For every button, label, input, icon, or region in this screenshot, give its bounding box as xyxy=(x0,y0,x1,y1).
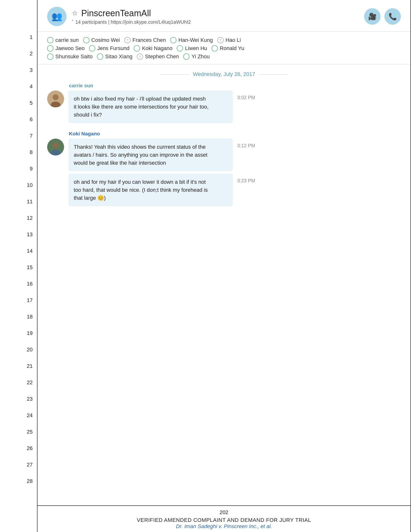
participant-jaewoo-seo[interactable]: Jaewoo Seo xyxy=(47,45,85,51)
avatar-koki xyxy=(47,139,64,155)
participant-sitao-xiang[interactable]: Sitao Xiang xyxy=(97,53,132,60)
video-icon: 🎥 xyxy=(368,13,377,20)
footer: 202 VERIFIED AMENDED COMPLAINT AND DEMAN… xyxy=(37,505,411,532)
participant-name: Jaewoo Seo xyxy=(55,45,85,51)
line-number-8: 8 xyxy=(0,144,33,161)
chat-header: 👥 ☆ PinscreenTeamAll ˇ 14 participants |… xyxy=(37,0,411,32)
line-number-4: 4 xyxy=(0,78,33,95)
participant-shunsuke-saito[interactable]: Shunsuke Saito xyxy=(47,53,93,60)
line-number-9: 9 xyxy=(0,161,33,177)
phone-icon: 📞 xyxy=(389,13,397,20)
status-circle xyxy=(83,37,89,43)
line-number-23: 23 xyxy=(0,391,33,407)
message-time-carrie-1: 3:02 PM xyxy=(237,95,255,100)
status-circle xyxy=(170,37,177,43)
status-circle xyxy=(47,37,53,43)
message-time-koki-1: 3:12 PM xyxy=(237,143,255,149)
line-number-25: 25 xyxy=(0,424,33,440)
participants-section: carrie sun Cosimo Wei ? Frances Chen Han… xyxy=(37,32,411,64)
message-group-carrie: carrie sun oh btw i also fixed my hair -… xyxy=(47,83,401,125)
participant-name: Stephen Chen xyxy=(145,53,179,60)
line-number-7: 7 xyxy=(0,128,33,144)
status-circle-unknown: ? xyxy=(217,37,224,43)
line-number-5: 5 xyxy=(0,95,33,111)
group-avatar: 👥 xyxy=(47,7,66,26)
date-divider: Wednesday, July 26, 2017 xyxy=(47,71,401,77)
participant-cosimo-wei[interactable]: Cosimo Wei xyxy=(83,37,120,43)
line-number-17: 17 xyxy=(0,292,33,309)
main-content: 👥 ☆ PinscreenTeamAll ˇ 14 participants |… xyxy=(37,0,411,532)
status-circle xyxy=(47,53,53,60)
participant-name: carrie sun xyxy=(55,37,79,43)
line-number-12: 12 xyxy=(0,210,33,226)
line-number-15: 15 xyxy=(0,259,33,276)
avatar-spacer xyxy=(47,174,64,190)
chat-area: Wednesday, July 26, 2017 carrie sun oh b… xyxy=(37,64,411,505)
message-row-koki-2: oh and for my hair if you can lower it d… xyxy=(47,174,401,206)
line-number-2: 2 xyxy=(0,46,33,62)
participants-row-1: carrie sun Cosimo Wei ? Frances Chen Han… xyxy=(47,37,401,43)
participants-row-2: Jaewoo Seo Jens Fursund Koki Nagano Liwe… xyxy=(47,45,401,51)
video-call-button[interactable]: 🎥 xyxy=(364,8,381,25)
line-number-1: 1 xyxy=(0,29,33,46)
line-number-13: 13 xyxy=(0,226,33,243)
phone-call-button[interactable]: 📞 xyxy=(384,8,401,25)
participant-koki-nagano[interactable]: Koki Nagano xyxy=(134,45,172,51)
footer-title: VERIFIED AMENDED COMPLAINT AND DEMAND FO… xyxy=(47,517,401,523)
chevron-icon[interactable]: ˇ xyxy=(72,19,74,25)
message-row-carrie-1: oh btw i also fixed my hair - i'll uploa… xyxy=(47,90,401,123)
message-row-koki-1: Thanks! Yeah this video shows the currre… xyxy=(47,139,401,171)
header-actions: 🎥 📞 xyxy=(364,8,401,25)
participant-han-wei-kung[interactable]: Han-Wei Kung xyxy=(170,37,213,43)
participant-carrie-sun[interactable]: carrie sun xyxy=(47,37,79,43)
message-time-koki-2: 3:23 PM xyxy=(237,178,255,183)
participant-hao-li[interactable]: ? Hao Li xyxy=(217,37,241,43)
chat-subtitle: 14 participants | https://join.skype.com… xyxy=(75,19,191,25)
line-number-24: 24 xyxy=(0,407,33,424)
participant-name: Ronald Yu xyxy=(220,45,244,51)
participant-frances-chen[interactable]: ? Frances Chen xyxy=(124,37,166,43)
line-number-27: 27 xyxy=(0,456,33,473)
status-circle xyxy=(212,45,218,51)
header-info: ☆ PinscreenTeamAll ˇ 14 participants | h… xyxy=(72,8,359,25)
footer-subtitle: Dr. Iman Sadeghi v. Pinscreen Inc., et a… xyxy=(47,523,401,530)
status-circle xyxy=(134,45,140,51)
status-circle xyxy=(183,53,189,60)
participant-ronald-yu[interactable]: Ronald Yu xyxy=(212,45,244,51)
status-circle xyxy=(89,45,95,51)
line-number-19: 19 xyxy=(0,325,33,342)
star-icon[interactable]: ☆ xyxy=(72,9,78,17)
participant-name: Sitao Xiang xyxy=(105,53,132,60)
message-sender-carrie: carrie sun xyxy=(69,83,401,88)
message-bubble-koki-1: Thanks! Yeah this video shows the currre… xyxy=(68,139,233,171)
message-bubble-carrie-1: oh btw i also fixed my hair - i'll uploa… xyxy=(68,90,233,123)
line-number-11: 11 xyxy=(0,193,33,210)
chat-title: PinscreenTeamAll xyxy=(81,8,151,18)
participant-name: Liwen Hu xyxy=(185,45,207,51)
participant-stephen-chen[interactable]: ? Stephen Chen xyxy=(137,53,179,60)
line-number-20: 20 xyxy=(0,342,33,358)
participant-name: Yi Zhou xyxy=(191,53,210,60)
participant-yi-zhou[interactable]: Yi Zhou xyxy=(183,53,210,60)
participant-name: Hao Li xyxy=(225,37,241,43)
status-circle-unknown: ? xyxy=(137,53,143,60)
line-number-26: 26 xyxy=(0,440,33,456)
message-sender-koki: Koki Nagano xyxy=(69,131,401,137)
line-number-16: 16 xyxy=(0,276,33,292)
header-title-row: ☆ PinscreenTeamAll xyxy=(72,8,359,18)
participant-jens-fursund[interactable]: Jens Fursund xyxy=(89,45,129,51)
participant-liwen-hu[interactable]: Liwen Hu xyxy=(177,45,207,51)
line-number-3: 3 xyxy=(0,62,33,78)
message-group-koki: Koki Nagano Thanks! Yeah this video show… xyxy=(47,131,401,209)
svg-point-1 xyxy=(53,94,58,100)
participant-name: Shunsuke Saito xyxy=(55,53,93,60)
line-numbers: 1234567891011121314151617181920212223242… xyxy=(0,0,37,532)
line-number-6: 6 xyxy=(0,111,33,128)
avatar-carrie xyxy=(47,90,64,107)
line-number-22: 22 xyxy=(0,374,33,391)
footer-page-number: 202 xyxy=(47,509,401,515)
status-circle-unknown: ? xyxy=(124,37,131,43)
participant-name: Jens Fursund xyxy=(97,45,129,51)
svg-point-4 xyxy=(53,142,58,148)
status-circle xyxy=(177,45,183,51)
